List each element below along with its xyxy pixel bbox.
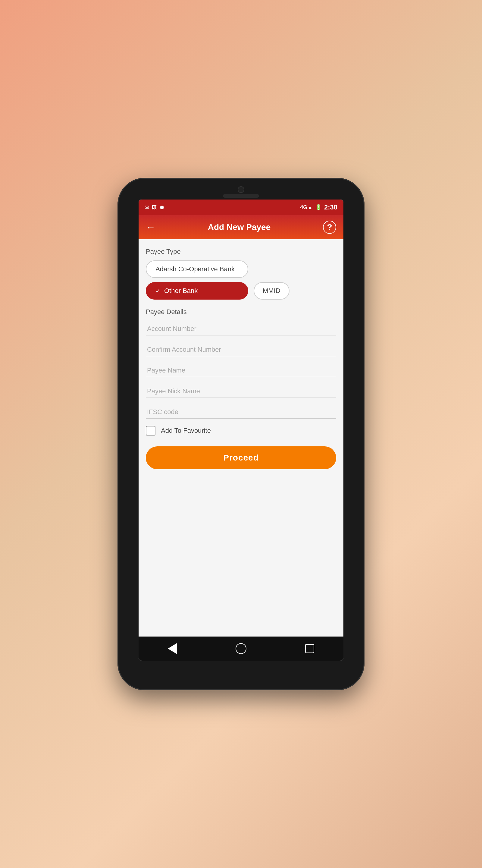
help-button[interactable]: ? [323, 221, 336, 234]
nav-bar [138, 637, 344, 661]
payee-details-label: Payee Details [146, 308, 336, 316]
payee-type-adarsh[interactable]: Adarsh Co-Operative Bank [146, 260, 248, 278]
favourite-label: Add To Favourite [161, 427, 211, 435]
status-left: ✉ 🖼 ⏺ [144, 204, 165, 211]
phone-notch [123, 183, 359, 199]
payee-type-options: Adarsh Co-Operative Bank ✓ Other Bank MM… [146, 260, 336, 300]
page-title: Add New Payee [208, 222, 271, 232]
status-right: 4G▲ 🔋 2:38 [300, 204, 338, 211]
payee-type-mmid[interactable]: MMID [254, 282, 289, 300]
payee-nick-name-group [146, 384, 336, 398]
ifsc-code-group [146, 405, 336, 418]
record-icon: ⏺ [159, 204, 165, 211]
home-nav-icon[interactable] [235, 643, 247, 654]
image-icon: 🖼 [152, 204, 157, 211]
confirm-account-group [146, 343, 336, 356]
favourite-row: Add To Favourite [146, 426, 336, 435]
phone-frame: ✉ 🖼 ⏺ 4G▲ 🔋 2:38 ← Add New Payee ? Payee… [118, 178, 364, 690]
favourite-checkbox[interactable] [146, 426, 155, 435]
recents-nav-icon[interactable] [305, 644, 314, 653]
battery-icon: 🔋 [315, 204, 322, 211]
back-nav-icon[interactable] [168, 643, 177, 654]
main-content: Payee Type Adarsh Co-Operative Bank ✓ Ot… [138, 239, 344, 637]
speaker [223, 194, 259, 198]
check-icon: ✓ [155, 287, 161, 294]
app-header: ← Add New Payee ? [138, 215, 344, 239]
back-button[interactable]: ← [146, 222, 155, 232]
payee-name-input[interactable] [146, 364, 336, 377]
ifsc-code-input[interactable] [146, 405, 336, 418]
payee-type-label: Payee Type [146, 248, 336, 255]
gmail-icon: ✉ [144, 204, 149, 211]
payee-type-otherbank[interactable]: ✓ Other Bank [146, 282, 248, 300]
network-icon: 4G▲ [300, 204, 313, 211]
payee-name-group [146, 364, 336, 377]
proceed-button[interactable]: Proceed [146, 446, 336, 469]
phone-screen: ✉ 🖼 ⏺ 4G▲ 🔋 2:38 ← Add New Payee ? Payee… [138, 199, 344, 661]
account-number-input[interactable] [146, 322, 336, 335]
confirm-account-input[interactable] [146, 343, 336, 356]
status-time: 2:38 [324, 204, 338, 211]
account-number-group [146, 322, 336, 336]
status-bar: ✉ 🖼 ⏺ 4G▲ 🔋 2:38 [138, 199, 344, 215]
camera [238, 186, 244, 193]
bank-row: ✓ Other Bank MMID [146, 282, 336, 300]
payee-nick-name-input[interactable] [146, 384, 336, 398]
